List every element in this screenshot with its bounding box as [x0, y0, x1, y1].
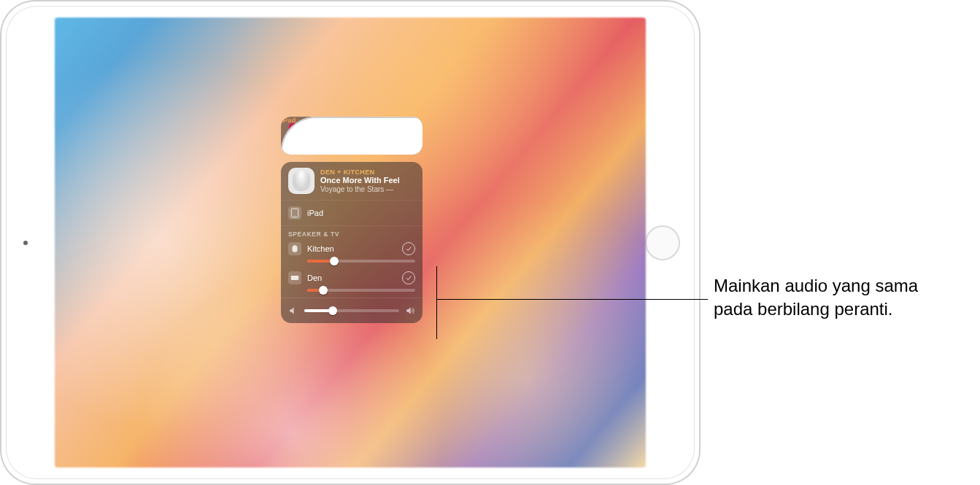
- source-label: DEN + KITCHEN: [320, 168, 415, 176]
- master-volume-row: [281, 298, 423, 323]
- home-button[interactable]: [645, 225, 680, 260]
- svg-rect-3: [291, 276, 299, 280]
- nowplaying-card-ipad[interactable]: iPad Once More With Feel Voyage to the S…: [281, 117, 423, 155]
- ipad-frame: iPad Once More With Feel Voyage to the S…: [0, 0, 701, 485]
- track-subtitle: Voyage to the Stars —: [320, 185, 415, 194]
- selected-checkmark-icon[interactable]: [402, 242, 415, 255]
- ipad-device-icon: [288, 206, 301, 220]
- homepod-icon: [288, 242, 301, 255]
- device-row-kitchen[interactable]: Kitchen: [281, 239, 423, 268]
- svg-rect-2: [293, 245, 298, 252]
- callout-bracket: [436, 266, 437, 339]
- track-title: Once More With Feel: [320, 176, 415, 185]
- volume-low-icon: [288, 306, 298, 316]
- callout-line-2: pada berbilang peranti.: [714, 298, 918, 321]
- airplay-popup: iPad Once More With Feel Voyage to the S…: [281, 117, 423, 323]
- speaker-tv-section-label: SPEAKER & TV: [281, 226, 423, 239]
- front-camera: [23, 241, 28, 245]
- callout-line-1: Mainkan audio yang sama: [714, 274, 918, 298]
- selected-checkmark-icon[interactable]: [402, 271, 415, 284]
- this-device-row[interactable]: iPad: [281, 200, 423, 226]
- appletv-icon: [288, 271, 301, 284]
- master-volume-slider[interactable]: [304, 309, 399, 312]
- callout-leader-line: [436, 299, 708, 300]
- nowplaying-card-group: DEN + KITCHEN Once More With Feel Voyage…: [281, 162, 423, 323]
- device-name: Kitchen: [307, 244, 396, 253]
- this-device-label: iPad: [307, 209, 415, 217]
- group-header-row[interactable]: DEN + KITCHEN Once More With Feel Voyage…: [281, 162, 423, 200]
- device-volume-slider[interactable]: [307, 289, 415, 292]
- source-label: iPad: [281, 117, 423, 155]
- volume-high-icon: [405, 306, 415, 316]
- device-name: Den: [307, 273, 396, 282]
- svg-point-1: [294, 216, 295, 217]
- homepod-icon: [288, 168, 315, 194]
- device-row-den[interactable]: Den: [281, 268, 423, 298]
- callout-text: Mainkan audio yang sama pada berbilang p…: [714, 274, 918, 322]
- device-volume-slider[interactable]: [307, 260, 415, 263]
